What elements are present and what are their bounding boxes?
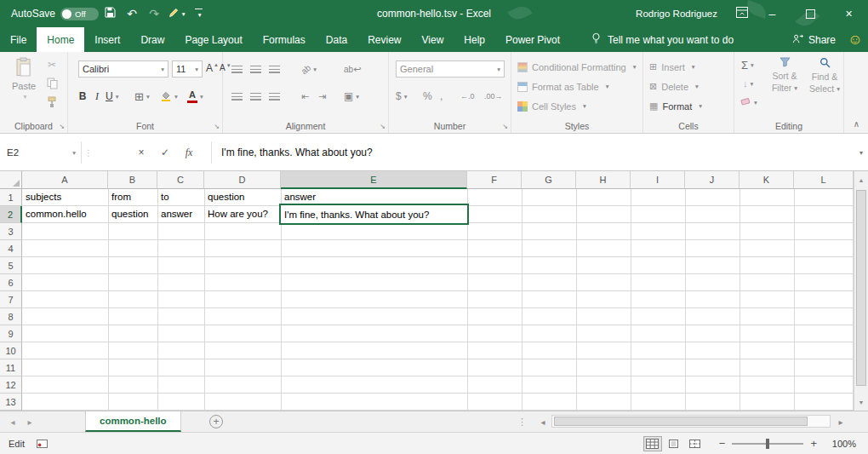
column-header-j[interactable]: J [685, 171, 740, 189]
percent-button[interactable]: % [423, 88, 432, 105]
row-header-4[interactable]: 4 [0, 240, 22, 257]
tab-power-pivot[interactable]: Power Pivot [495, 27, 570, 52]
align-bottom-button[interactable] [269, 60, 280, 78]
close-button[interactable]: × [830, 0, 868, 27]
vertical-scrollbar[interactable]: ▲ ▼ [854, 171, 868, 411]
tab-data[interactable]: Data [316, 27, 357, 52]
column-header-i[interactable]: I [631, 171, 685, 189]
column-header-d[interactable]: D [204, 171, 281, 189]
column-header-h[interactable]: H [576, 171, 631, 189]
hscroll-left-button[interactable]: ◂ [536, 411, 550, 432]
page-break-view-button[interactable] [686, 436, 705, 451]
tab-page-layout[interactable]: Page Layout [174, 27, 252, 52]
fill-button[interactable]: ↓▾ [743, 78, 753, 89]
zoom-out-button[interactable]: − [719, 437, 726, 450]
tab-help[interactable]: Help [454, 27, 495, 52]
increase-indent-button[interactable]: ⇥ [318, 88, 326, 105]
tell-me-box[interactable]: Tell me what you want to do [591, 27, 734, 52]
font-dialog-launcher[interactable]: ↘ [214, 124, 220, 130]
tab-insert[interactable]: Insert [84, 27, 130, 52]
currency-button[interactable]: $▾ [396, 88, 407, 105]
align-left-button[interactable] [231, 88, 243, 105]
cell-styles-button[interactable]: Cell Styles▾ [517, 98, 586, 114]
decrease-indent-button[interactable]: ⇤ [301, 88, 309, 105]
column-header-b[interactable]: B [108, 171, 157, 189]
row-header-10[interactable]: 10 [0, 342, 22, 359]
column-header-a[interactable]: A [22, 171, 108, 189]
column-header-g[interactable]: G [522, 171, 576, 189]
align-center-button[interactable] [250, 88, 261, 105]
row-header-6[interactable]: 6 [0, 274, 22, 291]
row-header-8[interactable]: 8 [0, 308, 22, 325]
cell-c1[interactable]: to [161, 189, 169, 205]
font-size-select[interactable]: 11▾ [172, 60, 203, 78]
bold-button[interactable]: B [77, 88, 89, 105]
zoom-percentage[interactable]: 100% [827, 439, 856, 449]
zoom-in-button[interactable]: + [810, 437, 817, 450]
save-button[interactable] [99, 0, 121, 27]
autosave-toggle[interactable]: AutoSave Off [11, 8, 99, 20]
tab-review[interactable]: Review [357, 27, 411, 52]
customize-qat-button[interactable]: ▾ [187, 0, 209, 27]
align-middle-button[interactable] [250, 60, 261, 78]
borders-button[interactable]: ⊞▾ [134, 88, 150, 105]
redo-button[interactable]: ↷ [143, 0, 165, 27]
share-button[interactable]: Share [792, 27, 836, 52]
autosave-switch[interactable]: Off [60, 8, 99, 20]
cell-d2[interactable]: How are you? [208, 206, 268, 222]
column-header-e[interactable]: E [281, 171, 467, 189]
draw-pen-button[interactable]: ▾ [165, 0, 187, 27]
row-header-9[interactable]: 9 [0, 325, 22, 342]
cut-button[interactable]: ✂ [43, 57, 61, 72]
tab-file[interactable]: File [0, 27, 37, 52]
feedback-smiley-button[interactable]: ☺ [842, 27, 868, 52]
row-header-1[interactable]: 1 [0, 189, 22, 206]
orientation-button[interactable]: ab▾ [301, 60, 317, 78]
merge-center-button[interactable]: ▣▾ [344, 88, 359, 105]
underline-button[interactable]: U▾ [106, 88, 118, 105]
name-box-splitter[interactable]: ⋮ [84, 141, 93, 164]
wrap-text-button[interactable]: ab↩ [344, 60, 361, 78]
tab-scroll-splitter[interactable]: ⋮ [517, 411, 527, 432]
increase-decimal-button[interactable]: ←.0 [460, 88, 475, 105]
format-painter-button[interactable] [43, 95, 61, 110]
column-header-k[interactable]: K [740, 171, 794, 189]
cell-b2[interactable]: question [111, 206, 148, 222]
cell-b1[interactable]: from [111, 189, 131, 205]
format-cells-button[interactable]: ▦Format▾ [649, 98, 702, 114]
row-header-3[interactable]: 3 [0, 223, 22, 240]
comma-style-button[interactable]: , [440, 88, 443, 105]
italic-button[interactable]: I [91, 88, 103, 105]
new-sheet-button[interactable]: + [209, 415, 223, 428]
row-header-13[interactable]: 13 [0, 394, 22, 411]
sheet-nav-right-button[interactable]: ▸ [22, 411, 37, 432]
tab-home[interactable]: Home [37, 27, 84, 52]
row-header-7[interactable]: 7 [0, 291, 22, 308]
insert-function-button[interactable]: fx [179, 141, 199, 164]
font-color-button[interactable]: A▾ [187, 88, 203, 105]
scroll-down-button[interactable]: ▼ [854, 395, 868, 409]
delete-cells-button[interactable]: ⊠Delete▾ [649, 78, 699, 95]
sheet-nav-left-button[interactable]: ◂ [5, 411, 20, 432]
cell-a2[interactable]: common.hello [26, 206, 87, 222]
conditional-formatting-button[interactable]: Conditional Formatting▾ [517, 59, 636, 75]
vertical-scroll-thumb[interactable] [856, 190, 866, 386]
tab-formulas[interactable]: Formulas [253, 27, 316, 52]
selected-cell-e2[interactable]: I'm fine, thanks. What about you? [279, 204, 469, 225]
number-format-select[interactable]: General▾ [396, 60, 505, 78]
row-header-5[interactable]: 5 [0, 257, 22, 274]
column-header-f[interactable]: F [467, 171, 522, 189]
clipboard-dialog-launcher[interactable]: ↘ [59, 124, 65, 130]
font-name-select[interactable]: Calibri▾ [78, 60, 168, 78]
collapse-ribbon-button[interactable]: ∧ [854, 119, 859, 129]
clear-button[interactable]: ▾ [740, 97, 757, 108]
column-header-l[interactable]: L [794, 171, 854, 189]
row-header-11[interactable]: 11 [0, 359, 22, 376]
tab-draw[interactable]: Draw [130, 27, 174, 52]
zoom-slider-thumb[interactable] [766, 439, 769, 449]
cells-area[interactable]: subjects from to question answer common.… [22, 189, 854, 411]
cell-d1[interactable]: question [208, 189, 244, 205]
tab-view[interactable]: View [412, 27, 454, 52]
normal-view-button[interactable] [643, 436, 662, 451]
account-name[interactable]: Rodrigo Rodriguez [636, 9, 717, 19]
